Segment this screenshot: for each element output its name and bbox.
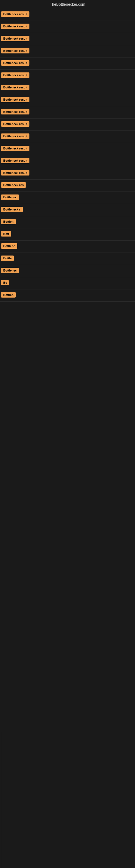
result-row: Bottleneck result	[0, 106, 135, 119]
result-row: Bottleneck result	[0, 9, 135, 21]
result-row: Bottleneck result	[0, 82, 135, 94]
bottleneck-badge[interactable]: Bottleneck result	[1, 24, 30, 29]
result-row: Bottlene	[0, 241, 135, 253]
result-row: Bottleneck result	[0, 94, 135, 106]
bottleneck-badge[interactable]: Bottleneck result	[1, 97, 30, 102]
result-row: Bottleneck result	[0, 155, 135, 167]
bottleneck-badge[interactable]: Bottleneck result	[1, 121, 30, 127]
result-row: Bottlenec	[0, 192, 135, 204]
result-row: Bo	[0, 277, 135, 289]
bottleneck-badge[interactable]: Bo	[1, 280, 9, 285]
bottleneck-badge[interactable]: Bottleneck res	[1, 182, 26, 188]
result-row: Bottlenec	[0, 265, 135, 277]
bottleneck-badge[interactable]: Bottlene	[1, 243, 17, 249]
bottleneck-badge[interactable]: Bottlenec	[1, 194, 19, 200]
result-row: Bott	[0, 228, 135, 241]
result-row: Bottleneck result	[0, 119, 135, 131]
bottleneck-badge[interactable]: Bottle	[1, 255, 14, 261]
bottleneck-badge[interactable]: Bottleneck result	[1, 36, 30, 41]
bottleneck-badge[interactable]: Bottlen	[1, 292, 16, 298]
bottleneck-badge[interactable]: Bottleneck result	[1, 72, 30, 78]
results-list: Bottleneck resultBottleneck resultBottle…	[0, 9, 135, 302]
bottleneck-badge[interactable]: Bottleneck r	[1, 207, 23, 212]
result-row: Bottleneck result	[0, 33, 135, 45]
bottleneck-badge[interactable]: Bottleneck result	[1, 146, 30, 151]
bottleneck-badge[interactable]: Bottleneck result	[1, 133, 30, 139]
bottleneck-badge[interactable]: Bottleneck result	[1, 158, 30, 163]
result-row: Bottleneck result	[0, 45, 135, 58]
bottleneck-badge[interactable]: Bottleneck result	[1, 170, 30, 176]
result-row: Bottlen	[0, 216, 135, 228]
bottleneck-badge[interactable]: Bottlen	[1, 219, 16, 224]
result-row: Bottle	[0, 253, 135, 265]
bottleneck-badge[interactable]: Bottleneck result	[1, 11, 30, 17]
page-container: TheBottlenecker.com Bottleneck resultBot…	[0, 0, 135, 302]
bottleneck-badge[interactable]: Bottleneck result	[1, 60, 30, 66]
result-row: Bottleneck result	[0, 131, 135, 143]
bottleneck-badge[interactable]: Bottlenec	[1, 268, 19, 273]
bottleneck-badge[interactable]: Bottleneck result	[1, 48, 30, 54]
bottleneck-badge[interactable]: Bottleneck result	[1, 109, 30, 115]
result-row: Bottleneck result	[0, 21, 135, 33]
result-row: Bottleneck res	[0, 180, 135, 192]
result-row: Bottleneck result	[0, 143, 135, 155]
vertical-line	[1, 733, 1, 868]
result-row: Bottlen	[0, 289, 135, 302]
result-row: Bottleneck result	[0, 58, 135, 70]
result-row: Bottleneck result	[0, 167, 135, 180]
result-row: Bottleneck result	[0, 70, 135, 82]
result-row: Bottleneck r	[0, 204, 135, 216]
bottleneck-badge[interactable]: Bott	[1, 231, 11, 237]
bottleneck-badge[interactable]: Bottleneck result	[1, 85, 30, 90]
site-title: TheBottlenecker.com	[0, 0, 135, 9]
